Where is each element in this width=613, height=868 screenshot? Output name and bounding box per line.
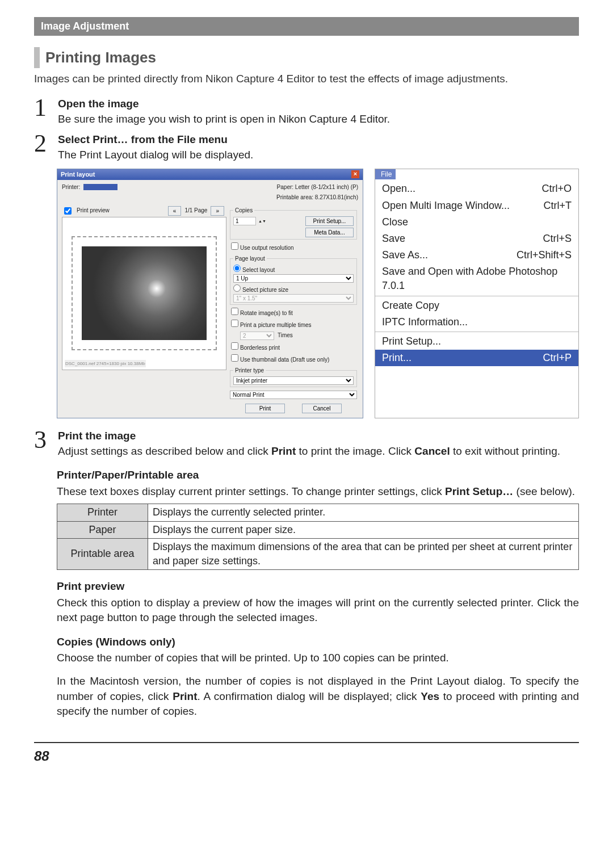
step-desc: Adjust settings as described below and c…	[58, 444, 579, 459]
print-preview-label: Print preview	[77, 207, 110, 215]
menu-shortcut: Ctrl+P	[543, 351, 572, 365]
page-indicator: 1/1 Page	[184, 207, 207, 215]
print-layout-dialog: Print layout × Printer: Paper: Letter (8…	[57, 169, 363, 418]
menu-shortcut: Ctrl+T	[544, 199, 572, 213]
table-row: Printable area Displays the maximum dime…	[57, 538, 579, 569]
menu-label: Close	[382, 215, 408, 229]
table-desc: Displays the currently selected printer.	[148, 504, 579, 521]
step-title: Print the image	[58, 429, 579, 444]
times-select[interactable]: 2	[240, 332, 274, 340]
file-menu: File Open...Ctrl+O Open Multi Image Wind…	[375, 169, 579, 418]
menu-item-open-multi[interactable]: Open Multi Image Window...Ctrl+T	[375, 198, 578, 214]
text-bold: Print	[173, 690, 197, 702]
table-row: Printer Displays the currently selected …	[57, 504, 579, 521]
text-part: to exit without printing.	[450, 445, 560, 457]
next-page-button[interactable]: »	[211, 206, 224, 216]
menu-item-close[interactable]: Close	[375, 214, 578, 230]
printer-type-legend: Printer type	[233, 367, 266, 375]
menu-separator	[375, 296, 578, 296]
printer-type-select[interactable]: Inkjet printer	[233, 376, 354, 385]
menu-label: Print Setup...	[382, 334, 441, 349]
subsection-body: Check this option to display a preview o…	[34, 596, 579, 626]
menu-item-print[interactable]: Print...Ctrl+P	[375, 350, 578, 366]
print-preview-checkbox[interactable]	[64, 207, 72, 215]
step-title: Select Print… from the File menu	[58, 132, 579, 148]
menu-label: Save and Open with Adobe Photoshop 7.0.1	[382, 265, 572, 293]
copies-spinner[interactable]: ▲▼	[258, 219, 266, 223]
text-bold: Print	[271, 445, 296, 457]
menu-label: Create Copy	[382, 299, 439, 313]
printer-label: Printer:	[62, 183, 80, 191]
menu-item-iptc[interactable]: IPTC Information...	[375, 314, 578, 330]
preview-area: DSC_0001.nef 2745×1830 pix 10.38Mb	[62, 217, 226, 370]
table-label: Printable area	[57, 538, 148, 569]
normal-print-select[interactable]: Normal Print	[230, 391, 357, 399]
text-part: to print the image. Click	[296, 445, 414, 457]
subsection-heading: Printer/Paper/Printable area	[34, 468, 579, 483]
borderless-checkbox[interactable]	[231, 342, 238, 350]
step-title-bold: Print…	[93, 133, 128, 145]
step-desc: The Print Layout dialog will be displaye…	[58, 148, 579, 163]
picture-size-label: Select picture size	[242, 287, 288, 293]
print-setup-button[interactable]: Print Setup...	[305, 216, 354, 226]
menu-item-print-setup[interactable]: Print Setup...	[375, 333, 578, 350]
borderless-label: Borderless print	[240, 345, 280, 351]
section-bar: Image Adjustment	[34, 17, 579, 36]
table-desc: Displays the current paper size.	[148, 521, 579, 538]
thumbnail-label: Use thumbnail data (Draft use only)	[240, 357, 329, 363]
output-resolution-checkbox[interactable]	[231, 242, 238, 250]
step-title-part: Select	[58, 133, 93, 145]
table-label: Paper	[57, 521, 148, 538]
step-number: 3	[34, 429, 53, 451]
menu-item-save[interactable]: SaveCtrl+S	[375, 230, 578, 247]
text-part: (see below).	[513, 485, 575, 497]
output-resolution-label: Use output resolution	[240, 245, 294, 251]
paper-label: Paper: Letter (8-1/2x11 inch) (P)	[277, 183, 358, 191]
menu-label: IPTC Information...	[382, 315, 468, 329]
text-bold: Print Setup…	[445, 485, 513, 497]
rotate-checkbox[interactable]	[231, 308, 238, 315]
step-3: 3 Print the image Adjust settings as des…	[34, 429, 579, 459]
thumbnail-checkbox[interactable]	[231, 354, 238, 362]
times-label: Times	[278, 332, 293, 339]
rotate-label: Rotate image(s) to fit	[240, 310, 293, 316]
menu-label: Open...	[382, 182, 415, 196]
subsection-body: In the Macintosh version, the number of …	[34, 674, 579, 719]
menu-label: Save As...	[382, 248, 428, 262]
step-desc: Be sure the image you wish to print is o…	[58, 112, 579, 127]
step-number: 2	[34, 132, 53, 155]
page-layout-legend: Page layout	[233, 255, 267, 263]
menu-shortcut: Ctrl+S	[543, 232, 572, 246]
menu-item-save-as[interactable]: Save As...Ctrl+Shift+S	[375, 247, 578, 263]
step-title-bold: File	[177, 133, 196, 145]
preview-image	[82, 246, 207, 340]
page-number: 88	[34, 742, 579, 766]
subsection-heading: Print preview	[34, 579, 579, 594]
text-bold: Yes	[421, 690, 439, 702]
step-1: 1 Open the image Be sure the image you w…	[34, 97, 579, 127]
step-2: 2 Select Print… from the File menu The P…	[34, 132, 579, 162]
menu-item-open[interactable]: Open...Ctrl+O	[375, 181, 578, 197]
multiple-checkbox[interactable]	[231, 320, 238, 327]
menu-item-create-copy[interactable]: Create Copy	[375, 297, 578, 314]
close-icon[interactable]: ×	[351, 170, 359, 178]
layout-select[interactable]: 1 Up	[233, 274, 354, 283]
page-layout-group: Page layout Select layout 1 Up Select pi…	[230, 255, 357, 305]
copies-input[interactable]	[233, 217, 256, 225]
printer-type-group: Printer type Inkjet printer	[230, 367, 357, 387]
menu-item-save-open-ps[interactable]: Save and Open with Adobe Photoshop 7.0.1	[375, 263, 578, 294]
dialog-title: Print layout	[61, 170, 95, 179]
meta-data-button[interactable]: Meta Data...	[305, 228, 354, 237]
prev-page-button[interactable]: «	[168, 206, 182, 216]
subsection-body: These text boxes display current printer…	[34, 484, 579, 500]
picture-size-select[interactable]: 1" x 1.5"	[233, 294, 354, 303]
table-label: Printer	[57, 504, 148, 521]
cancel-button[interactable]: Cancel	[302, 404, 342, 413]
select-layout-radio[interactable]	[233, 265, 241, 272]
picture-size-radio[interactable]	[233, 284, 241, 292]
menu-shortcut: Ctrl+Shift+S	[517, 248, 572, 262]
printer-paper-table: Printer Displays the currently selected …	[57, 504, 579, 570]
file-menu-tab[interactable]: File	[375, 169, 396, 180]
page-heading: Printing Images	[34, 47, 579, 68]
print-button[interactable]: Print	[245, 404, 285, 413]
